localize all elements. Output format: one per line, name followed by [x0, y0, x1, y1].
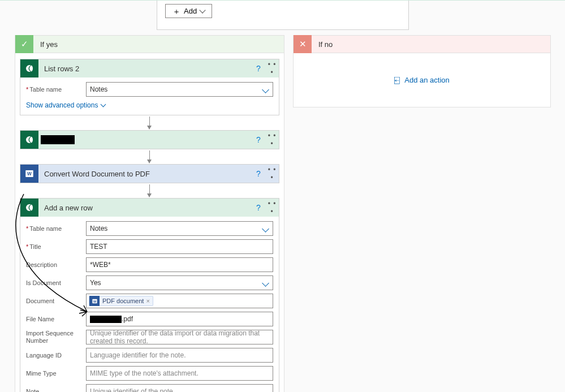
is-document-select[interactable]: Yes — [86, 275, 273, 290]
action-add-new-row[interactable]: Add a new row ? • • • Table name Notes T… — [20, 198, 279, 392]
more-icon[interactable]: • • • — [265, 166, 279, 182]
document-input[interactable]: W PDF document × — [86, 294, 273, 308]
label-table-name: Table name — [26, 86, 86, 93]
label-table-name: Table name — [26, 225, 86, 232]
action-convert-word-to-pdf[interactable]: W Convert Word Document to PDF ? • • • — [20, 164, 279, 183]
flow-arrow — [149, 184, 150, 197]
title-input[interactable]: TEST — [86, 239, 273, 254]
chevron-down-icon — [101, 102, 106, 107]
more-icon[interactable]: • • • — [265, 200, 279, 216]
action-header: W Convert Word Document to PDF ? • • • — [20, 165, 279, 183]
file-name-input[interactable]: .pdf — [86, 312, 273, 326]
action-header: Add a new row ? • • • — [20, 199, 279, 217]
action-title: List rows 2 — [38, 64, 252, 73]
action-header: ? • • • — [20, 131, 279, 149]
chevron-down-icon — [262, 279, 269, 287]
dynamic-token-pdf-document[interactable]: W PDF document × — [89, 296, 153, 306]
label-import-seq: Import Sequence Number — [26, 330, 86, 344]
if-no-header: ✕ If no — [293, 35, 551, 53]
add-action-link[interactable]: ⍇ Add an action — [394, 76, 450, 85]
word-icon: W — [89, 296, 100, 306]
label-document: Document — [26, 298, 86, 304]
word-icon: W — [20, 165, 38, 183]
action-body: Table name Notes Title TEST Description — [20, 217, 279, 392]
help-icon[interactable]: ? — [252, 64, 265, 73]
redacted-text — [90, 316, 122, 323]
add-action-label: Add an action — [404, 76, 450, 84]
if-yes-body: List rows 2 ? • • • Table name Notes Sho… — [15, 53, 284, 392]
help-icon[interactable]: ? — [252, 169, 265, 178]
label-description: Description — [26, 261, 86, 268]
action-title: Convert Word Document to PDF — [38, 170, 252, 178]
dataverse-icon — [20, 199, 38, 217]
flow-arrow — [149, 150, 150, 163]
import-seq-input[interactable]: Unique identifier of the data import or … — [86, 330, 273, 344]
more-icon[interactable]: • • • — [265, 61, 279, 76]
svg-text:W: W — [93, 299, 96, 303]
action-title: Add a new row — [38, 204, 252, 212]
flow-designer-canvas: ＋ Add ✓ If yes ✕ If no ⍇ Add an action L… — [0, 0, 565, 392]
show-advanced-link[interactable]: Show advanced options — [26, 101, 105, 109]
label-is-document: Is Document — [26, 279, 86, 286]
help-icon[interactable]: ? — [252, 203, 265, 212]
token-remove[interactable]: × — [146, 298, 149, 304]
if-no-body: ⍇ Add an action — [293, 53, 551, 107]
label-note: Note — [26, 388, 86, 392]
chevron-down-icon — [262, 225, 269, 232]
label-language-id: Language ID — [26, 352, 86, 359]
check-icon: ✓ — [15, 35, 33, 53]
flow-arrow — [149, 117, 150, 129]
add-condition-button[interactable]: ＋ Add — [165, 4, 212, 18]
action-title-redacted — [41, 135, 75, 144]
help-icon[interactable]: ? — [252, 135, 265, 144]
table-name-select[interactable]: Notes — [86, 82, 273, 97]
plus-icon: ＋ — [172, 7, 180, 15]
table-name-select[interactable]: Notes — [86, 221, 273, 236]
condition-card-bottom: ＋ Add — [157, 1, 409, 30]
action-header: List rows 2 ? • • • — [20, 59, 279, 77]
if-yes-header: ✓ If yes — [15, 35, 284, 53]
label-title: Title — [26, 243, 86, 250]
close-icon: ✕ — [294, 35, 312, 53]
svg-text:W: W — [27, 171, 32, 176]
action-body: Table name Notes Show advanced options — [20, 77, 279, 115]
dataverse-icon — [20, 59, 38, 77]
chevron-down-icon — [199, 7, 205, 13]
label-file-name: File Name — [26, 316, 86, 322]
chevron-down-icon — [262, 86, 269, 93]
add-button-label: Add — [184, 7, 197, 15]
advanced-label: Show advanced options — [26, 101, 98, 109]
table-name-value: Notes — [90, 85, 107, 93]
label-mime-type: Mime Type — [26, 370, 86, 377]
more-icon[interactable]: • • • — [265, 132, 279, 148]
dataverse-icon — [20, 131, 38, 149]
if-no-label: If no — [312, 40, 333, 49]
action-list-rows-2[interactable]: List rows 2 ? • • • Table name Notes Sho… — [20, 59, 279, 115]
language-id-input[interactable]: Language identifier for the note. — [86, 348, 273, 363]
action-redacted[interactable]: ? • • • — [20, 130, 279, 149]
note-input[interactable]: Unique identifier of the note. — [86, 384, 273, 392]
description-input[interactable]: *WEB* — [86, 257, 273, 272]
if-yes-label: If yes — [33, 40, 58, 49]
mime-type-input[interactable]: MIME type of the note's attachment. — [86, 366, 273, 381]
